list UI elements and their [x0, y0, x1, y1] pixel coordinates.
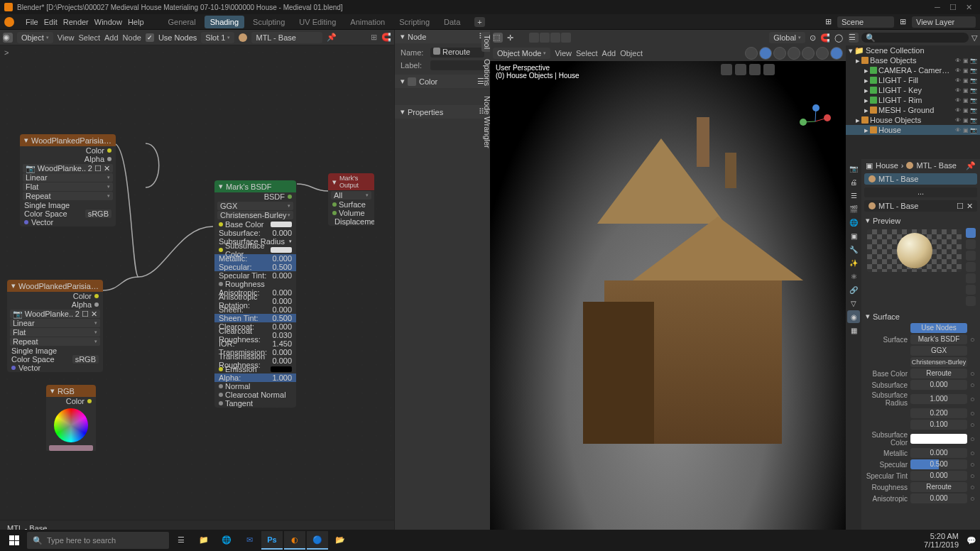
prop-anisotropic[interactable]: Anisotropic0.000○ — [864, 493, 977, 504]
view-menu[interactable]: View — [58, 33, 75, 42]
photoshop-icon[interactable]: Ps — [261, 531, 283, 550]
help-menu[interactable]: Help — [125, 16, 147, 28]
material-tab[interactable]: ◉ — [847, 310, 860, 323]
view-layer-field[interactable]: View Layer — [912, 16, 976, 28]
material-slot[interactable]: MTL - Base — [864, 173, 977, 185]
maximize-button[interactable]: ☐ — [946, 2, 960, 12]
taskbar-search[interactable]: 🔍Type here to search — [27, 532, 169, 549]
constraint-tab[interactable]: 🔗 — [847, 283, 860, 296]
outlook-icon[interactable]: ✉ — [239, 531, 260, 550]
ext-select[interactable]: Repeat▾ — [23, 192, 113, 200]
outliner-light---rim[interactable]: ▸LIGHT - Rim👁▣📷 — [846, 95, 980, 105]
system-clock[interactable]: 5:20 AM7/11/2019 — [918, 532, 964, 549]
node-name-input[interactable]: Reroute — [430, 48, 484, 58]
preview-cube[interactable] — [966, 251, 976, 261]
chrome-icon[interactable]: 🔵 — [307, 531, 328, 550]
node-label-input[interactable] — [430, 60, 484, 70]
sss-select[interactable]: Christensen-Burley▾ — [217, 211, 293, 219]
interp-select[interactable]: Linear▾ — [23, 173, 113, 182]
image-select[interactable]: 📷WoodPlanke..2 ☐ ✕ — [10, 310, 100, 318]
outliner-base-objects[interactable]: ▸Base Objects👁▣📷 — [846, 55, 980, 65]
tab-general[interactable]: General — [163, 16, 202, 28]
target-select[interactable]: All▾ — [331, 191, 371, 200]
prop-sub[interactable]: 0.200○ — [864, 408, 977, 419]
preview-hair[interactable] — [966, 262, 976, 272]
image-texture-node-2[interactable]: ▾WoodPlankedParisianOak001_COL_6K Color … — [7, 280, 103, 372]
color-wheel[interactable] — [54, 408, 88, 442]
nav-gizmo[interactable] — [797, 104, 833, 139]
image-select[interactable]: 📷WoodPlanke..2 ☐ ✕ — [23, 164, 113, 173]
persp-nav-icon[interactable] — [763, 64, 775, 75]
slot-selector[interactable]: Slot 1▾ — [201, 32, 234, 43]
prop-roughness[interactable]: RoughnessReroute○ — [864, 481, 977, 493]
object-mode-selector[interactable]: Object ▾ — [17, 32, 53, 43]
overlay-toggle[interactable] — [759, 47, 772, 60]
view-menu[interactable]: View — [555, 49, 572, 58]
object-menu[interactable]: Object — [620, 49, 643, 58]
folder-icon[interactable]: 📂 — [330, 531, 351, 550]
add-menu[interactable]: Add — [104, 33, 119, 42]
window-menu[interactable]: Window — [92, 16, 125, 28]
prop-sub[interactable]: 0.100○ — [864, 419, 977, 430]
file-menu[interactable]: File — [23, 16, 41, 28]
outliner-house[interactable]: ▸House👁▣📷 — [846, 125, 980, 135]
particle-tab[interactable]: ✨ — [847, 256, 860, 269]
bsdf-normal[interactable]: Normal — [214, 382, 296, 391]
color-checkbox[interactable] — [408, 77, 416, 86]
slot-selector[interactable]: ... — [864, 187, 977, 197]
render-menu[interactable]: Render — [60, 16, 92, 28]
bsdf-transmission-roughness-[interactable]: Transmission Roughness:0.000 — [214, 356, 296, 365]
material-name-field[interactable]: MTL - Base ☐ ✕ — [864, 200, 977, 212]
bsdf-roughness[interactable]: Roughness — [214, 280, 296, 288]
node-canvas[interactable]: > ▾WoodPlankedParisianOak001_COL_6K Colo… — [0, 45, 394, 520]
distribution-select[interactable]: GGX — [910, 346, 967, 356]
color-swatch[interactable] — [49, 445, 93, 451]
scene-collection-row[interactable]: ▾📁Scene Collection — [846, 45, 980, 55]
edge-icon[interactable]: 🌐 — [216, 531, 237, 550]
bsdf-alpha-[interactable]: Alpha:1.000 — [214, 373, 296, 382]
add-menu[interactable]: Add — [602, 49, 616, 58]
select-menu[interactable]: Select — [78, 33, 100, 42]
select-menu[interactable]: Select — [576, 49, 598, 58]
material-field[interactable]: MTL - Base — [251, 32, 322, 43]
viewport-render[interactable]: User Perspective (0) House Objects | Hou… — [490, 61, 846, 535]
outliner-house-objects[interactable]: ▸House Objects👁▣📷 — [846, 115, 980, 125]
outliner-light---key[interactable]: ▸LIGHT - Key👁▣📷 — [846, 85, 980, 95]
sss-select[interactable]: Christensen-Burley — [910, 357, 967, 367]
data-tab[interactable]: ▽ — [847, 297, 860, 310]
bsdf-ior-[interactable]: IOR:1.450 — [214, 339, 296, 348]
pivot-icon[interactable]: ⊙ — [810, 33, 816, 43]
bsdf-clearcoat-normal[interactable]: Clearcoat Normal — [214, 391, 296, 399]
object-tab[interactable]: ▣ — [847, 229, 860, 242]
xray-toggle[interactable] — [773, 47, 786, 60]
prop-metallic[interactable]: Metallic0.000○ — [864, 447, 977, 459]
solid-shading[interactable] — [802, 47, 815, 60]
surface-section-header[interactable]: ▾Surface — [864, 310, 977, 322]
node-props-header[interactable]: ▾Node⠿ — [395, 30, 490, 43]
dist-select[interactable]: GGX▾ — [217, 202, 293, 210]
scene-tab[interactable]: 🎬 — [847, 202, 860, 215]
start-button[interactable] — [3, 531, 26, 550]
editor-type-icon[interactable]: ⬚ — [493, 33, 503, 43]
prop-base-color[interactable]: Base ColorReroute○ — [864, 368, 977, 379]
principled-bsdf-node[interactable]: ▾Mark's BSDF BSDF GGX▾ Christensen-Burle… — [214, 180, 296, 408]
use-nodes-checkbox[interactable] — [146, 33, 154, 42]
physics-tab[interactable]: ⚛ — [847, 270, 860, 283]
prop-specular[interactable]: Specular0.500○ — [864, 459, 977, 470]
lookdev-shading[interactable] — [816, 47, 829, 60]
prop-subsurface-radius[interactable]: Subsurface Radius1.000○ — [864, 391, 977, 408]
bsdf-clearcoat-roughness-[interactable]: Clearcoat Roughness:0.030 — [214, 331, 296, 339]
tab-sculpting[interactable]: Sculpting — [247, 16, 290, 28]
bsdf-sheen-tint-[interactable]: Sheen Tint:0.500 — [214, 314, 296, 322]
cursor-icon[interactable]: ✛ — [507, 33, 513, 43]
scene-field[interactable]: Scene — [837, 16, 894, 28]
color-preset[interactable] — [401, 91, 464, 102]
zoom-nav-icon[interactable] — [735, 64, 746, 75]
bsdf-tangent[interactable]: Tangent — [214, 399, 296, 408]
color-section[interactable]: ▾Color☰ — [395, 75, 490, 88]
editor-type-icon[interactable]: ◉ — [3, 33, 13, 43]
bsdf-anisotropic-rotation-[interactable]: Anisotropic Rotation:0.000 — [214, 297, 296, 305]
bsdf-subsurface-[interactable]: Subsurface:0.000 — [214, 229, 296, 237]
minimize-button[interactable]: ─ — [930, 2, 944, 12]
camera-nav-icon[interactable] — [721, 64, 732, 75]
